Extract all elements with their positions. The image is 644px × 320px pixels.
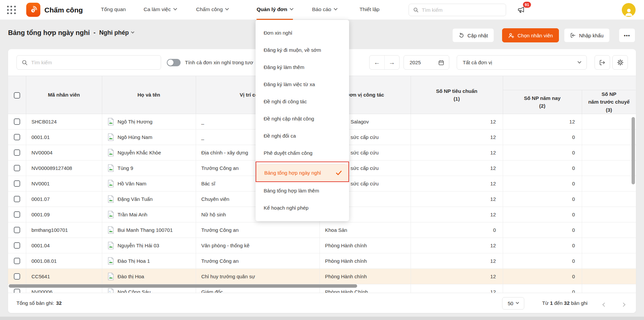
menu-item-selected[interactable]: Bảng tổng hợp ngày nghỉ (256, 164, 348, 181)
page-title-text: Bảng tổng hợp ngày nghỉ (8, 29, 90, 37)
chevron-down-icon (225, 7, 229, 10)
export-button[interactable] (595, 55, 610, 70)
avatar[interactable] (622, 3, 636, 17)
header-np-prev-line3: (3) (582, 106, 636, 114)
nav-item-2[interactable]: Ca làm việc (144, 0, 177, 20)
row-checkbox[interactable] (14, 258, 20, 264)
app-grid-icon[interactable] (7, 6, 16, 14)
future-leave-toggle-label: Tính cả đơn xin nghỉ trong tươ (185, 55, 253, 70)
broken-image-icon (108, 257, 114, 265)
page-size-select[interactable]: 50 (502, 297, 524, 310)
menu-item[interactable]: Đề nghị đi công tác (256, 93, 349, 110)
broken-image-icon (108, 242, 114, 249)
menu-item[interactable]: Đơn xin nghỉ (256, 24, 349, 41)
menu-item[interactable]: Đề nghị đổi ca (256, 127, 349, 144)
nav-item-label: Quản lý đơn (257, 6, 287, 12)
range-end: 32 (564, 300, 570, 306)
cell-select (8, 269, 26, 284)
nav-item-6[interactable]: Thiết lập (359, 0, 379, 20)
unit-filter-select[interactable]: Tất cả đơn vị (457, 55, 587, 70)
row-checkbox[interactable] (14, 165, 20, 171)
employee-name-text: Đặng Văn Tuấn (118, 196, 153, 202)
prev-page-button[interactable] (603, 301, 606, 308)
update-button[interactable]: Cập nhật (452, 28, 494, 42)
cell-np-standard: 12 (411, 145, 503, 160)
row-checkbox[interactable] (14, 289, 20, 293)
nav-item-label: Tổng quan (101, 6, 126, 12)
employee-name-text: Đào thị Hoa (118, 274, 144, 279)
next-year-button[interactable]: → (385, 56, 400, 69)
row-checkbox[interactable] (14, 149, 20, 156)
row-checkbox[interactable] (14, 196, 20, 202)
cell-np-standard: 12 (411, 129, 503, 145)
menu-item[interactable]: Kế hoạch nghỉ phép (256, 199, 349, 216)
row-checkbox[interactable] (14, 134, 20, 140)
cell-np-prev (582, 222, 636, 238)
settings-button[interactable] (612, 55, 628, 70)
nav-item-5[interactable]: Báo cáo (312, 0, 337, 20)
row-checkbox[interactable] (14, 211, 20, 218)
cell-unit: Khoa Sản (319, 222, 411, 238)
header-code: Mã nhân viên (26, 76, 102, 114)
cell-np-standard: 12 (411, 269, 503, 284)
employee-name-text: Ngô Công Sáu (118, 289, 151, 293)
select-all-checkbox[interactable] (14, 92, 20, 99)
vertical-scrollbar[interactable] (632, 117, 635, 184)
broken-image-icon (108, 288, 114, 293)
nav-item-1[interactable]: Tổng quan (101, 0, 126, 20)
chevron-down-icon (516, 301, 519, 304)
cell-np-prev (582, 191, 636, 207)
employee-name-text: Nguyễn Khắc Khỏe (118, 150, 161, 155)
row-checkbox[interactable] (14, 273, 20, 280)
cell-unit: Phòng Hành chính (319, 253, 411, 269)
menu-item[interactable]: Phê duyệt chấm công (256, 144, 349, 162)
cell-employee-code: bmthang100701 (26, 222, 102, 238)
cell-select (8, 129, 26, 145)
row-checkbox[interactable] (14, 180, 20, 187)
menu-item[interactable]: Đăng ký đi muộn, về sớm (256, 41, 349, 59)
more-actions-button[interactable]: ••• (619, 28, 635, 42)
cell-np-year: 0 (503, 238, 582, 253)
cell-employee-code: NV000089127408 (26, 160, 102, 176)
broken-image-icon (108, 164, 114, 172)
global-search[interactable] (409, 4, 506, 16)
menu-item[interactable]: Đăng ký làm việc từ xa (256, 76, 349, 93)
cell-employee-code: 0001.01 (26, 129, 102, 145)
table-row: bmthang100701 Bui Manh Thang 100701Trưởn… (8, 222, 636, 238)
employee-name-text: Hồ Văn Nam (118, 181, 147, 186)
row-checkbox[interactable] (14, 242, 20, 249)
menu-item[interactable]: Đăng ký làm thêm (256, 59, 349, 76)
total-records-label: Tổng số bản ghi: (16, 300, 54, 306)
app-logo-icon[interactable] (26, 3, 40, 17)
cell-unit: Phòng Hành chính (319, 238, 411, 253)
nav-item-3[interactable]: Chấm công (196, 0, 228, 20)
cell-select (8, 253, 26, 269)
choose-employee-button[interactable]: Chọn nhân viên (502, 28, 559, 42)
view-selector[interactable]: Nghỉ phép (99, 29, 134, 36)
future-leave-toggle[interactable] (167, 59, 181, 66)
cell-np-standard: 0 (411, 222, 503, 238)
table-search[interactable] (16, 55, 161, 70)
row-checkbox[interactable] (14, 227, 20, 233)
employee-name-text: Bui Manh Thang 100701 (118, 227, 173, 233)
header-np-standard-line1: Số NP tiêu chuẩn (411, 87, 503, 95)
horizontal-scrollbar[interactable] (9, 284, 357, 288)
menu-item[interactable]: Bảng tổng hợp làm thêm (256, 182, 349, 199)
global-search-input[interactable] (422, 7, 501, 13)
table-row: 0001.08.01 Đào Thị Hoa 1Trưởng Công anPh… (8, 253, 636, 269)
nav-item-4[interactable]: Quản lý đơn (257, 0, 293, 20)
menu-item[interactable]: Đề nghị cập nhật công (256, 110, 349, 127)
employee-name-text: Ngô Hùng Nam (118, 134, 152, 140)
cell-position: Chỉ huy trưởng quân sự (196, 269, 319, 284)
prev-year-button[interactable]: ← (370, 56, 385, 69)
import-button[interactable]: Nhập khẩu (564, 28, 610, 42)
next-page-button[interactable] (622, 301, 625, 308)
row-checkbox[interactable] (14, 118, 20, 125)
nav-item-label: Báo cáo (312, 6, 331, 12)
cell-np-year: 0 (503, 269, 582, 284)
cell-np-prev (582, 253, 636, 269)
cell-position: Văn phòng - thống kê (196, 238, 319, 253)
table-search-input[interactable] (31, 60, 156, 65)
header-np-prev: Số NP năm trước chuyể (3) (582, 90, 636, 114)
year-picker[interactable]: 2025 (404, 55, 449, 70)
